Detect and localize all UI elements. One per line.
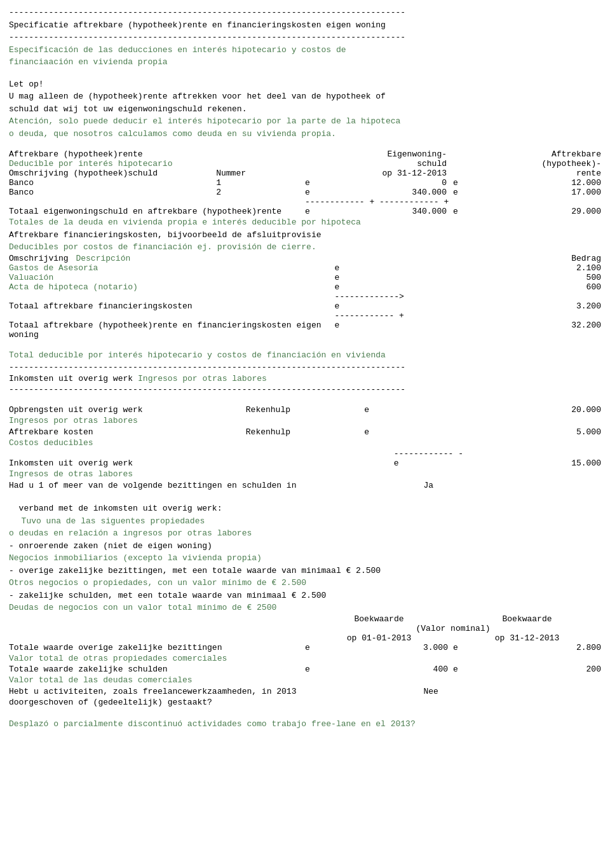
hyp-table-colheader: Omschrijving (hypotheek)schuld Nummer op… <box>9 169 601 178</box>
totaal-hyp-val: 32.200 <box>364 320 601 330</box>
bedrag-col: Bedrag <box>335 254 601 263</box>
inkomsten-overig-spanish: Ingresos de otras labores <box>9 468 601 481</box>
totaal-fin-label: Totaal aftrekbare financieringskosten <box>9 301 335 311</box>
aftrekbare-row: Aftrekbare kosten Rekenhulp e 5.000 <box>9 427 601 437</box>
ts-e2: e <box>453 665 483 674</box>
hebt-u-val: Nee <box>423 687 601 696</box>
totaal-fin-val: 3.200 <box>364 301 601 311</box>
financiering-dutch: Aftrekbare financieringskosten, bijvoorb… <box>9 229 601 242</box>
totaal-val1: 340.000 <box>335 207 453 216</box>
bk-spacer <box>9 614 305 624</box>
letop: Let op! <box>9 78 601 91</box>
valuacion-val: 500 <box>364 273 601 282</box>
op-date2-val: op 31-12-2013 <box>453 633 601 643</box>
financiering-spanish: Deducibles por costos de financiación ej… <box>9 241 601 254</box>
separator-3: ----------------------------------------… <box>9 361 601 374</box>
arrow-row: -------------> <box>9 292 601 301</box>
inkomsten-overig-spacer <box>246 458 394 468</box>
acta-val: 600 <box>364 282 601 292</box>
deducible-label: Deducible por interés hipotecario <box>9 159 172 169</box>
note-spanish: Atención, solo puede deducir el interés … <box>9 115 601 140</box>
item1-spanish: Negocios inmobiliarios (excepto la vivie… <box>9 552 601 565</box>
tw-val1: 3.000 <box>335 643 453 652</box>
totaal-hyp-row: Totaal aftrekbare (hypotheek)rente en fi… <box>9 320 601 340</box>
rente-col: rente <box>453 169 601 178</box>
aftrekbare-rekenhulp: Rekenhulp <box>246 427 364 437</box>
aftrekbare-e: e <box>364 427 394 437</box>
sep-minus-row: ------------ - <box>9 449 601 458</box>
aftrekbare2-label: Aftrekbare <box>552 149 601 159</box>
bk-col1: Boekwaarde <box>305 614 453 624</box>
totale-schulden-row: Totale waarde zakelijke schulden e 400 e… <box>9 665 601 674</box>
banco1-row: Banco 1 e 0 e 12.000 <box>9 178 601 188</box>
opbrengsten-e: e <box>364 405 394 415</box>
title-spanish: Especificación de las deducciones en int… <box>9 44 601 69</box>
aftrekbare-label: Aftrekbare kosten <box>9 427 246 437</box>
inkomsten-dutch: Inkomsten uit overig werk <box>9 374 133 383</box>
hypotheek-suffix: (hypotheek)- <box>541 159 601 169</box>
banco2-num: 2 <box>216 188 305 197</box>
nummer-col: Nummer <box>216 169 305 178</box>
tw-val2: 2.800 <box>483 643 601 652</box>
totaal-val2: 29.000 <box>483 207 601 216</box>
dates-spacer <box>9 633 305 643</box>
totaal-fin-e: e <box>335 301 365 311</box>
banco1-e2: e <box>453 178 483 188</box>
ts-label: Totale waarde zakelijke schulden <box>9 665 305 674</box>
valuacion-row: Valuación e 500 <box>9 273 601 282</box>
hyp-table-subheader: Deducible por interés hipotecario schuld… <box>9 159 601 169</box>
opbrengsten-spanish: Ingresos por otras labores <box>9 415 601 427</box>
col1-header: Aftrekbare (hypotheek)rente <box>9 149 305 159</box>
hebt-u-label: Hebt u activiteiten, zoals freelancewerk… <box>9 687 423 696</box>
gastos-row: Gastos de Asesoría e 2.100 <box>9 263 601 273</box>
op-dates-row: op 01-01-2013 op 31-12-2013 <box>9 633 601 643</box>
valor-nominal-val: (Valor nominal) <box>305 624 601 633</box>
had-u-val: Ja <box>423 481 601 490</box>
total-spanish: Total deducible por interés hipotecario … <box>9 349 601 362</box>
ts-val1: 400 <box>335 665 453 674</box>
banco2-e2: e <box>453 188 483 197</box>
aftrekbare-label: Aftrekbare (hypotheek)rente <box>9 149 143 159</box>
sub-col1: Deducible por interés hipotecario <box>9 159 305 169</box>
totaal-label: Totaal eigenwoningschuld en aftrekbare (… <box>9 207 305 216</box>
note-dutch: U mag alleen de (hypotheek)rente aftrekk… <box>9 90 601 115</box>
doorgeschoven-label: doorgeschoven of (gedeeltelijk) gestaakt… <box>9 696 601 709</box>
totaal-e1: e <box>305 207 335 216</box>
gastos-val: 2.100 <box>364 263 601 273</box>
tw-label: Totale waarde overige zakelijke bezittin… <box>9 643 305 652</box>
banco2-e1: e <box>305 188 335 197</box>
op-date1-val: op 01-01-2013 <box>305 633 453 643</box>
inkomsten-overig-row: Inkomsten uit overig werk e 15.000 <box>9 458 601 468</box>
boekwaarde-header: Boekwaarde Boekwaarde <box>9 614 601 624</box>
inkomsten-overig-label: Inkomsten uit overig werk <box>9 458 246 468</box>
omschrijving2-col: Omschrijving Descripción <box>9 254 335 263</box>
item2-dutch: - overige zakelijke bezittingen, met een… <box>9 565 601 577</box>
item1-dutch: - onroerende zaken (niet de eigen woning… <box>9 540 601 553</box>
separator-2: ----------------------------------------… <box>9 31 601 44</box>
aftrekbare-val: 5.000 <box>394 427 601 437</box>
tw-e1: e <box>305 643 335 652</box>
banco1-e1: e <box>305 178 335 188</box>
banco1-val1: 0 <box>335 178 453 188</box>
verband-dutch: verband met de inkomsten uit overig werk… <box>9 490 601 540</box>
totaal-fin-row: Totaal aftrekbare financieringskosten e … <box>9 301 601 311</box>
sep-minus-val: ------------ - <box>394 449 601 458</box>
ts-val2: 200 <box>483 665 601 674</box>
inkomsten-overig-e: e <box>394 458 424 468</box>
sep-spacer <box>9 197 305 207</box>
page-content: ----------------------------------------… <box>9 6 601 731</box>
banco2-row: Banco 2 e 340.000 e 17.000 <box>9 188 601 197</box>
hebt-u-row: Hebt u activiteiten, zoals freelancewerk… <box>9 687 601 696</box>
eigenwoning-label: Eigenwoning- <box>387 149 447 159</box>
sep2-val: ------------ + <box>335 311 601 320</box>
omschrijving-col: Omschrijving (hypotheek)schuld <box>9 169 216 178</box>
separator-plus-row: ------------ + ------------ + <box>9 197 601 207</box>
separator-top: ----------------------------------------… <box>9 6 601 19</box>
sep2-spacer <box>9 311 335 320</box>
bk-col2: Boekwaarde <box>453 614 601 624</box>
totale-waarde-row: Totale waarde overige zakelijke bezittin… <box>9 643 601 652</box>
vn-spacer <box>9 624 305 633</box>
acta-label: Acta de hipoteca (notario) <box>9 282 335 292</box>
banco1-num: 1 <box>216 178 305 188</box>
gastos-label: Gastos de Asesoría <box>9 263 335 273</box>
